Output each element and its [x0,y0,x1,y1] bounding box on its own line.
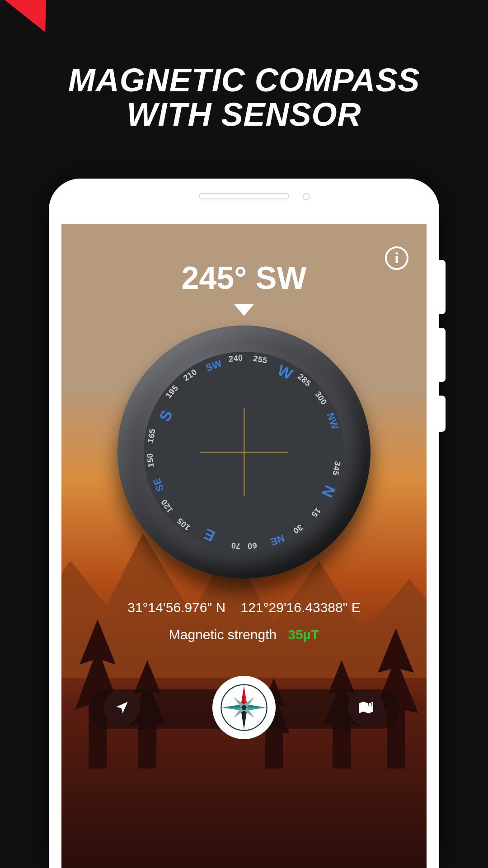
navigate-arrow-icon [114,700,130,715]
phone-side-button [439,260,446,314]
compass-tick-label: 150 [145,446,156,474]
magnetic-strength-label: Magnetic strength [169,627,277,642]
nav-navigate-button[interactable] [104,689,140,726]
compass-tick-label: 240 [222,353,250,364]
phone-speaker [199,193,289,199]
heading-readout: 245° SW [61,260,427,296]
compass-tick-label: 255 [246,353,275,367]
longitude-value: 121°29'16.43388" E [240,600,360,615]
phone-frame: i 245° SW NNEESESSWWNW153060701051201501… [49,179,439,868]
compass-tick-label: 165 [145,422,159,450]
magnetic-strength-line: Magnetic strength 35µT [61,627,427,642]
phone-side-button [439,328,446,382]
svg-point-15 [368,703,372,706]
decorative-red-wedge [0,0,78,47]
headline-line1: MAGNETIC COMPASS [0,63,488,98]
latitude-value: 31°14'56.976" N [127,600,225,615]
bottom-nav [89,685,399,730]
compass-tick-label: 70 [222,540,250,552]
compass-dial[interactable]: NNEESESSWWNW1530607010512015016519521024… [117,326,371,579]
app-screen: i 245° SW NNEESESSWWNW153060701051201501… [61,224,427,868]
bird-silhouette-icon [99,345,112,351]
gps-coordinates: 31°14'56.976" N 121°29'16.43388" E [61,600,427,615]
compass-rose-icon [219,683,269,732]
headline-line2: WITH SENSOR [0,98,488,132]
nav-map-button[interactable] [348,689,384,726]
heading-indicator-caret-icon [234,304,254,316]
compass-rotating-ring: NNEESESSWWNW1530607010512015016519521024… [111,319,377,585]
phone-camera [303,193,310,200]
magnetic-strength-value: 35µT [288,627,319,642]
svg-point-14 [242,705,247,710]
nav-compass-button[interactable] [212,676,276,739]
phone-side-button [439,396,446,432]
bird-silhouette-icon [89,356,102,362]
promo-headline: MAGNETIC COMPASS WITH SENSOR [0,63,488,132]
map-icon [358,701,374,714]
